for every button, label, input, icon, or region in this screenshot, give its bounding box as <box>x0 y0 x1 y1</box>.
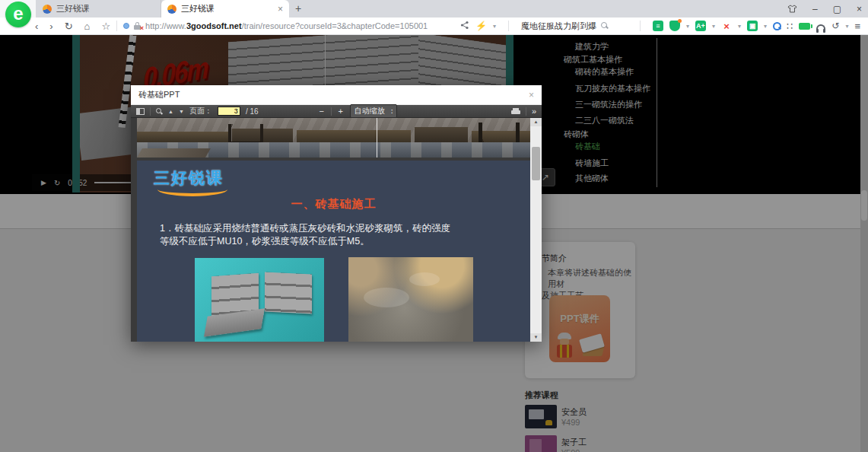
page-label: 页面： <box>189 106 212 116</box>
scale-value: 自动缩放 <box>355 106 385 116</box>
tab-favicon <box>43 5 52 14</box>
divider <box>526 107 526 116</box>
slide-body-text: 1．砖基础应采用烧结普通砖或蒸压灰砂砖和水泥砂浆砌筑，砖的强度 等级不应低于MU… <box>160 222 510 248</box>
speed-mode-lightning-icon[interactable]: ⚡ <box>475 21 487 31</box>
chevron-down-icon[interactable]: ▾ <box>712 23 715 30</box>
river-bank <box>137 148 211 158</box>
picture-extension-icon[interactable]: ▣ <box>747 21 758 31</box>
divider <box>508 21 509 31</box>
address-bar[interactable]: × http://www.3goodsoft.net/train/resourc… <box>123 21 460 30</box>
page-total: / 16 <box>246 107 259 116</box>
zoom-search-icon[interactable] <box>773 22 781 30</box>
scroll-up-icon[interactable]: ▲ <box>530 118 542 126</box>
chevron-down-icon[interactable]: ▾ <box>738 23 741 30</box>
more-tools-icon[interactable]: » <box>532 107 536 116</box>
tab-title: 三好锐课 <box>56 3 154 14</box>
extension-icon-1[interactable]: ≡ <box>653 21 663 31</box>
forward-button[interactable]: › <box>49 21 52 32</box>
browser-tab-1[interactable]: 三好锐课 <box>37 0 161 18</box>
menu-icon[interactable]: ≡ <box>854 21 860 32</box>
bridge-tower-left <box>228 124 263 144</box>
apps-grid-icon[interactable]: ∷ <box>787 21 793 32</box>
search-keyword[interactable]: 魔地征服战力刷到爆 <box>521 21 596 32</box>
pdf-page: 三好锐课 一、砖基础施工 1．砖基础应采用烧结普通砖或蒸压灰砂砖和水泥砂浆砌筑，… <box>137 118 530 342</box>
course-brand-logo: 三好锐课 <box>154 167 224 189</box>
zoom-out-button[interactable]: − <box>318 107 326 116</box>
theme-skin-icon[interactable] <box>787 5 797 13</box>
window-controls: – ▢ × <box>787 0 862 18</box>
divider <box>640 21 641 31</box>
logo-swash <box>157 189 227 196</box>
pdf-toolbar: ▲ ▼ 页面： / 16 − + 自动缩放 ∶ » <box>131 105 542 118</box>
browser-window: 三好锐课 三好锐课 × + – ▢ × e ‹ › ↻ ⌂ ☆ <box>0 0 868 452</box>
divider <box>116 21 117 31</box>
restore-button[interactable]: ▢ <box>833 4 841 14</box>
mortar-image <box>348 257 473 342</box>
slide-title: 一、砖基础施工 <box>137 197 530 212</box>
close-window-button[interactable]: × <box>857 4 862 14</box>
pdf-scrollbar[interactable]: ▲ ▼ <box>530 118 542 342</box>
chevron-down-icon[interactable]: ▾ <box>845 23 848 30</box>
page-number-input[interactable] <box>218 107 240 116</box>
screenshot-scissors-icon[interactable]: × <box>721 21 732 31</box>
modal-close-icon[interactable]: × <box>529 90 534 100</box>
tab-title: 三好锐课 <box>181 3 273 14</box>
url-text[interactable]: http://www.3goodsoft.net/train/resource?… <box>145 21 428 30</box>
zoom-scale-select[interactable]: 自动缩放 ∶ <box>350 104 398 118</box>
page-content: 0.06m ▶ ↻ 02:52 ↗ 建筑力学 砌筑工基本操作 砌砖的基本操作 瓦… <box>0 35 868 452</box>
modal-title: 砖基础PPT <box>138 89 180 100</box>
page-seam-line <box>377 118 377 158</box>
modal-header: 砖基础PPT × <box>131 85 542 105</box>
chevron-down-icon[interactable]: ▾ <box>686 23 689 30</box>
zoom-in-button[interactable]: + <box>337 107 345 116</box>
chevron-down-icon[interactable]: ▾ <box>493 23 496 30</box>
share-icon[interactable] <box>460 21 469 32</box>
notification-badge <box>678 19 682 23</box>
toolbar-right-cluster: ⚡ ▾ 魔地征服战力刷到爆 ≡ ▾ A+ ▾ × ▾ ▣ ▾ ∷ ↺ ▾ ≡ <box>460 21 868 32</box>
slide-page-3: 三好锐课 一、砖基础施工 1．砖基础应采用烧结普通砖或蒸压灰砂砖和水泥砂浆砌筑，… <box>137 161 530 342</box>
minimize-button[interactable]: – <box>812 4 818 14</box>
tab-favicon <box>167 5 176 14</box>
tab-close-icon[interactable]: × <box>278 4 283 14</box>
search-box[interactable]: 魔地征服战力刷到爆 <box>521 21 628 32</box>
browser-tab-2-active[interactable]: 三好锐课 × <box>161 0 289 18</box>
back-button[interactable]: ‹ <box>35 21 38 32</box>
navigation-toolbar: ‹ › ↻ ⌂ ☆ × http://www.3goodsoft.net/tra… <box>0 18 868 35</box>
new-tab-button[interactable]: + <box>295 2 301 14</box>
headset-icon[interactable] <box>816 24 825 30</box>
pdf-viewer[interactable]: 三好锐课 一、砖基础施工 1．砖基础应采用烧结普通砖或蒸压灰砂砖和水泥砂浆砌筑，… <box>131 118 542 342</box>
reload-button[interactable]: ↻ <box>65 21 73 32</box>
bookmark-star-icon[interactable]: ☆ <box>101 21 110 32</box>
print-icon[interactable] <box>511 108 520 115</box>
sidebar-toggle-icon[interactable] <box>136 108 145 115</box>
insecure-lock-icon: × <box>133 21 141 30</box>
select-arrow-icon: ∶ <box>391 107 393 116</box>
divider <box>150 107 151 116</box>
ppt-modal: 砖基础PPT × ▲ ▼ 页面： / 16 − + 自动缩放 ∶ <box>131 85 542 342</box>
slide-text-line: 等级不应低于MU10，砂浆强度等级不应低于M5。 <box>160 235 510 248</box>
undo-history-icon[interactable]: ↺ <box>831 21 839 31</box>
chevron-down-icon[interactable]: ▾ <box>764 23 767 30</box>
adblock-shield-icon[interactable] <box>669 21 680 31</box>
search-icon[interactable] <box>601 22 609 30</box>
pdf-scrollbar-thumb[interactable] <box>532 147 540 180</box>
battery-saver-icon[interactable] <box>799 23 810 30</box>
site-info-icon[interactable] <box>123 23 129 29</box>
next-page-icon[interactable]: ▼ <box>179 109 184 114</box>
bridge-photo <box>137 118 530 158</box>
translate-extension-icon[interactable]: A+ <box>695 21 706 31</box>
previous-page-icon[interactable]: ▲ <box>168 109 173 114</box>
tab-bar: 三好锐课 三好锐课 × + – ▢ × <box>0 0 868 18</box>
scroll-down-icon[interactable]: ▼ <box>530 333 542 342</box>
find-icon[interactable] <box>156 108 163 115</box>
slide-text-line: 1．砖基础应采用烧结普通砖或蒸压灰砂砖和水泥砂浆砌筑，砖的强度 <box>160 222 510 235</box>
divider <box>331 107 332 116</box>
home-button[interactable]: ⌂ <box>84 21 91 32</box>
bricks-image <box>195 258 324 342</box>
browser-logo[interactable]: e <box>5 2 31 27</box>
